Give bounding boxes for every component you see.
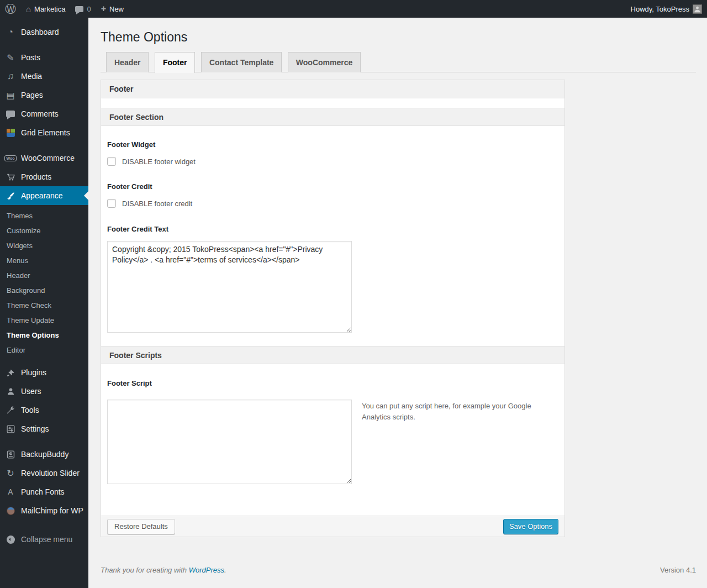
home-icon: ⌂ <box>26 4 31 14</box>
sidebar-item-mailchimp[interactable]: MailChimp for WP <box>0 501 88 520</box>
footer-thanks-text: Thank you for creating with WordPress. <box>101 566 226 574</box>
sidebar-item-label: Media <box>21 72 42 81</box>
comment-count: 0 <box>87 5 91 13</box>
sidebar-item-punch-fonts[interactable]: A Punch Fonts <box>0 482 88 501</box>
content-area: Theme Options Header Footer Contact Temp… <box>88 18 707 588</box>
site-name-link[interactable]: ⌂ Marketica <box>21 0 70 18</box>
submenu-item-customize[interactable]: Customize <box>0 223 88 238</box>
drive-icon <box>4 450 17 459</box>
sidebar-item-woocommerce[interactable]: Woo WooCommerce <box>0 149 88 167</box>
collapse-menu-button[interactable]: Collapse menu <box>0 530 88 549</box>
refresh-icon: ↻ <box>4 468 17 479</box>
section-header-footer-scripts: Footer Scripts <box>101 346 564 364</box>
group-title: Footer <box>109 85 134 93</box>
sidebar-item-users[interactable]: Users <box>0 382 88 401</box>
footer-script-textarea[interactable] <box>107 400 352 484</box>
sidebar-item-grid-elements[interactable]: Grid Elements <box>0 123 88 142</box>
submenu-item-theme-update[interactable]: Theme Update <box>0 313 88 328</box>
sidebar-item-label: Appearance <box>21 191 63 200</box>
sidebar-item-products[interactable]: Products <box>0 167 88 186</box>
sidebar-item-plugins[interactable]: Plugins <box>0 363 88 382</box>
wordpress-logo-icon: Ⓦ <box>5 0 16 18</box>
save-options-button[interactable]: Save Options <box>503 519 558 534</box>
sidebar-item-label: WooCommerce <box>21 154 75 162</box>
menu-separator <box>0 438 88 445</box>
sidebar-item-pages[interactable]: ▤ Pages <box>0 86 88 104</box>
footer-scripts-body: Footer Script You can put any script her… <box>101 364 564 516</box>
collapse-menu-label: Collapse menu <box>21 535 72 544</box>
footer-widget-label: Footer Widget <box>107 126 556 149</box>
comments-admin-bar-link[interactable]: 0 <box>70 0 96 18</box>
thanks-period: . <box>224 566 226 574</box>
plus-icon: + <box>101 1 106 17</box>
submenu-item-theme-check[interactable]: Theme Check <box>0 298 88 313</box>
sidebar-item-label: Users <box>21 387 41 396</box>
sidebar-item-backupbuddy[interactable]: BackupBuddy <box>0 445 88 464</box>
sidebar-item-label: Pages <box>21 91 43 99</box>
footer-section-body: Footer Widget DISABLE footer widget Foot… <box>101 126 564 346</box>
sidebar-item-revolution-slider[interactable]: ↻ Revolution Slider <box>0 464 88 482</box>
sidebar-item-label: Products <box>21 172 51 181</box>
section-header-footer-section: Footer Section <box>101 108 564 126</box>
cart-icon <box>4 172 17 182</box>
sidebar-item-appearance[interactable]: Appearance <box>0 186 88 205</box>
wordpress-logo-menu[interactable]: Ⓦ <box>0 0 21 18</box>
disable-footer-widget-checkbox[interactable] <box>107 157 116 166</box>
submenu-item-widgets[interactable]: Widgets <box>0 238 88 253</box>
disable-footer-credit-label[interactable]: DISABLE footer credit <box>122 200 192 208</box>
footer-credit-text-label: Footer Credit Text <box>107 208 556 233</box>
sidebar-item-label: Revolution Slider <box>21 469 80 477</box>
admin-bar: Ⓦ ⌂ Marketica 0 + New Howdy, TokoPress <box>0 0 707 18</box>
footer-credit-text-textarea[interactable]: Copyright &copy; 2015 TokoPress<span><a … <box>107 241 352 333</box>
sidebar-item-tools[interactable]: Tools <box>0 401 88 419</box>
avatar <box>693 4 702 14</box>
disable-footer-widget-label[interactable]: DISABLE footer widget <box>122 158 196 166</box>
sidebar-item-settings[interactable]: Settings <box>0 419 88 438</box>
media-icon: ♫ <box>4 71 17 81</box>
menu-separator <box>0 41 88 48</box>
footer-script-label: Footer Script <box>107 364 556 387</box>
comments-icon <box>4 111 17 117</box>
monkey-icon <box>4 507 17 515</box>
main-layout: ◔ Dashboard ✎ Posts ♫ Media ▤ Pages Comm… <box>0 18 707 588</box>
section-title: Footer Section <box>109 113 163 122</box>
new-content-menu[interactable]: + New <box>96 0 129 18</box>
sidebar-item-dashboard[interactable]: ◔ Dashboard <box>0 23 88 41</box>
wordpress-link[interactable]: WordPress <box>189 566 224 574</box>
tab-contact-template[interactable]: Contact Template <box>201 52 282 72</box>
pages-icon: ▤ <box>4 90 17 101</box>
brush-icon <box>4 191 17 201</box>
user-icon <box>4 387 17 396</box>
tab-footer[interactable]: Footer <box>155 52 196 73</box>
new-label: New <box>109 5 124 13</box>
howdy-account-menu[interactable]: Howdy, TokoPress <box>626 0 707 18</box>
collapse-arrow-icon <box>4 536 17 544</box>
submenu-item-menus[interactable]: Menus <box>0 253 88 268</box>
submenu-item-theme-options[interactable]: Theme Options <box>0 328 88 343</box>
sidebar-item-label: MailChimp for WP <box>21 506 83 515</box>
thanks-prefix: Thank you for creating with <box>101 566 189 574</box>
sidebar-item-label: Punch Fonts <box>21 487 65 496</box>
footer-credit-label: Footer Credit <box>107 166 556 191</box>
sidebar-item-label: Grid Elements <box>21 128 70 137</box>
submenu-item-header[interactable]: Header <box>0 268 88 283</box>
sidebar-item-media[interactable]: ♫ Media <box>0 67 88 86</box>
sidebar-item-posts[interactable]: ✎ Posts <box>0 48 88 67</box>
submenu-item-editor[interactable]: Editor <box>0 343 88 358</box>
tab-woocommerce[interactable]: WooCommerce <box>288 52 361 72</box>
section-bottom-padding <box>107 333 556 346</box>
menu-separator <box>0 520 88 527</box>
submenu-item-background[interactable]: Background <box>0 283 88 298</box>
sidebar-item-comments[interactable]: Comments <box>0 104 88 123</box>
tab-header[interactable]: Header <box>106 52 149 72</box>
sidebar-item-label: Tools <box>21 406 39 414</box>
footer-widget-checkbox-row: DISABLE footer widget <box>107 157 556 166</box>
sidebar-item-label: Plugins <box>21 368 46 377</box>
site-name-label: Marketica <box>34 5 65 13</box>
wordpress-admin-screen: Ⓦ ⌂ Marketica 0 + New Howdy, TokoPress ◔… <box>0 0 707 588</box>
disable-footer-credit-checkbox[interactable] <box>107 199 116 208</box>
submenu-item-themes[interactable]: Themes <box>0 208 88 223</box>
restore-defaults-button[interactable]: Restore Defaults <box>107 519 175 534</box>
footer-credit-checkbox-row: DISABLE footer credit <box>107 199 556 208</box>
page-title: Theme Options <box>101 29 696 45</box>
